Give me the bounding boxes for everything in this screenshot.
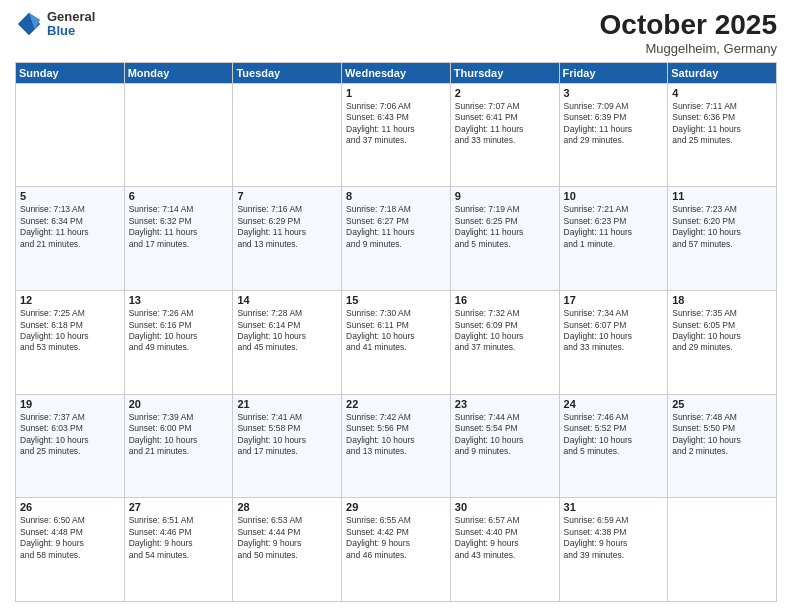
calendar-cell: 13Sunrise: 7:26 AM Sunset: 6:16 PM Dayli… bbox=[124, 291, 233, 395]
day-number: 15 bbox=[346, 294, 446, 306]
calendar-cell: 17Sunrise: 7:34 AM Sunset: 6:07 PM Dayli… bbox=[559, 291, 668, 395]
day-info: Sunrise: 7:07 AM Sunset: 6:41 PM Dayligh… bbox=[455, 101, 555, 147]
day-info: Sunrise: 6:50 AM Sunset: 4:48 PM Dayligh… bbox=[20, 515, 120, 561]
weekday-header: Monday bbox=[124, 62, 233, 83]
day-number: 7 bbox=[237, 190, 337, 202]
calendar-cell: 11Sunrise: 7:23 AM Sunset: 6:20 PM Dayli… bbox=[668, 187, 777, 291]
calendar-week-row: 1Sunrise: 7:06 AM Sunset: 6:43 PM Daylig… bbox=[16, 83, 777, 187]
weekday-header: Friday bbox=[559, 62, 668, 83]
calendar-week-row: 5Sunrise: 7:13 AM Sunset: 6:34 PM Daylig… bbox=[16, 187, 777, 291]
calendar-cell bbox=[233, 83, 342, 187]
day-number: 28 bbox=[237, 501, 337, 513]
day-info: Sunrise: 7:35 AM Sunset: 6:05 PM Dayligh… bbox=[672, 308, 772, 354]
location: Muggelheim, Germany bbox=[600, 41, 777, 56]
calendar-cell: 15Sunrise: 7:30 AM Sunset: 6:11 PM Dayli… bbox=[342, 291, 451, 395]
day-number: 4 bbox=[672, 87, 772, 99]
day-info: Sunrise: 7:37 AM Sunset: 6:03 PM Dayligh… bbox=[20, 412, 120, 458]
day-number: 3 bbox=[564, 87, 664, 99]
calendar-cell: 28Sunrise: 6:53 AM Sunset: 4:44 PM Dayli… bbox=[233, 498, 342, 602]
day-number: 20 bbox=[129, 398, 229, 410]
day-number: 5 bbox=[20, 190, 120, 202]
day-number: 25 bbox=[672, 398, 772, 410]
calendar-cell: 3Sunrise: 7:09 AM Sunset: 6:39 PM Daylig… bbox=[559, 83, 668, 187]
calendar-cell: 27Sunrise: 6:51 AM Sunset: 4:46 PM Dayli… bbox=[124, 498, 233, 602]
weekday-header: Thursday bbox=[450, 62, 559, 83]
calendar-cell: 16Sunrise: 7:32 AM Sunset: 6:09 PM Dayli… bbox=[450, 291, 559, 395]
day-number: 10 bbox=[564, 190, 664, 202]
calendar-cell: 14Sunrise: 7:28 AM Sunset: 6:14 PM Dayli… bbox=[233, 291, 342, 395]
calendar-cell: 21Sunrise: 7:41 AM Sunset: 5:58 PM Dayli… bbox=[233, 394, 342, 498]
calendar-cell: 12Sunrise: 7:25 AM Sunset: 6:18 PM Dayli… bbox=[16, 291, 125, 395]
day-info: Sunrise: 7:11 AM Sunset: 6:36 PM Dayligh… bbox=[672, 101, 772, 147]
day-number: 16 bbox=[455, 294, 555, 306]
logo-blue: Blue bbox=[47, 24, 95, 38]
day-info: Sunrise: 7:19 AM Sunset: 6:25 PM Dayligh… bbox=[455, 204, 555, 250]
page: General Blue October 2025 Muggelheim, Ge… bbox=[0, 0, 792, 612]
calendar-cell: 1Sunrise: 7:06 AM Sunset: 6:43 PM Daylig… bbox=[342, 83, 451, 187]
day-info: Sunrise: 7:13 AM Sunset: 6:34 PM Dayligh… bbox=[20, 204, 120, 250]
day-number: 8 bbox=[346, 190, 446, 202]
calendar-table: SundayMondayTuesdayWednesdayThursdayFrid… bbox=[15, 62, 777, 602]
day-number: 26 bbox=[20, 501, 120, 513]
calendar-cell: 2Sunrise: 7:07 AM Sunset: 6:41 PM Daylig… bbox=[450, 83, 559, 187]
day-number: 12 bbox=[20, 294, 120, 306]
weekday-header: Wednesday bbox=[342, 62, 451, 83]
logo: General Blue bbox=[15, 10, 95, 39]
day-info: Sunrise: 7:25 AM Sunset: 6:18 PM Dayligh… bbox=[20, 308, 120, 354]
day-number: 29 bbox=[346, 501, 446, 513]
header: General Blue October 2025 Muggelheim, Ge… bbox=[15, 10, 777, 56]
calendar-cell bbox=[16, 83, 125, 187]
day-info: Sunrise: 6:57 AM Sunset: 4:40 PM Dayligh… bbox=[455, 515, 555, 561]
calendar-cell bbox=[668, 498, 777, 602]
day-number: 9 bbox=[455, 190, 555, 202]
day-number: 21 bbox=[237, 398, 337, 410]
day-info: Sunrise: 7:48 AM Sunset: 5:50 PM Dayligh… bbox=[672, 412, 772, 458]
calendar-cell: 8Sunrise: 7:18 AM Sunset: 6:27 PM Daylig… bbox=[342, 187, 451, 291]
logo-text: General Blue bbox=[47, 10, 95, 39]
calendar-cell: 5Sunrise: 7:13 AM Sunset: 6:34 PM Daylig… bbox=[16, 187, 125, 291]
weekday-header: Saturday bbox=[668, 62, 777, 83]
day-number: 11 bbox=[672, 190, 772, 202]
day-info: Sunrise: 6:55 AM Sunset: 4:42 PM Dayligh… bbox=[346, 515, 446, 561]
calendar-cell: 23Sunrise: 7:44 AM Sunset: 5:54 PM Dayli… bbox=[450, 394, 559, 498]
day-info: Sunrise: 7:34 AM Sunset: 6:07 PM Dayligh… bbox=[564, 308, 664, 354]
calendar-cell: 20Sunrise: 7:39 AM Sunset: 6:00 PM Dayli… bbox=[124, 394, 233, 498]
logo-icon bbox=[15, 10, 43, 38]
day-number: 23 bbox=[455, 398, 555, 410]
weekday-header: Sunday bbox=[16, 62, 125, 83]
day-number: 24 bbox=[564, 398, 664, 410]
calendar-cell: 22Sunrise: 7:42 AM Sunset: 5:56 PM Dayli… bbox=[342, 394, 451, 498]
calendar-cell: 6Sunrise: 7:14 AM Sunset: 6:32 PM Daylig… bbox=[124, 187, 233, 291]
day-info: Sunrise: 7:06 AM Sunset: 6:43 PM Dayligh… bbox=[346, 101, 446, 147]
day-info: Sunrise: 7:32 AM Sunset: 6:09 PM Dayligh… bbox=[455, 308, 555, 354]
day-info: Sunrise: 7:30 AM Sunset: 6:11 PM Dayligh… bbox=[346, 308, 446, 354]
calendar-cell: 30Sunrise: 6:57 AM Sunset: 4:40 PM Dayli… bbox=[450, 498, 559, 602]
calendar-cell: 29Sunrise: 6:55 AM Sunset: 4:42 PM Dayli… bbox=[342, 498, 451, 602]
day-info: Sunrise: 7:23 AM Sunset: 6:20 PM Dayligh… bbox=[672, 204, 772, 250]
day-info: Sunrise: 7:26 AM Sunset: 6:16 PM Dayligh… bbox=[129, 308, 229, 354]
calendar-cell: 26Sunrise: 6:50 AM Sunset: 4:48 PM Dayli… bbox=[16, 498, 125, 602]
day-number: 27 bbox=[129, 501, 229, 513]
day-number: 1 bbox=[346, 87, 446, 99]
day-number: 30 bbox=[455, 501, 555, 513]
day-info: Sunrise: 7:46 AM Sunset: 5:52 PM Dayligh… bbox=[564, 412, 664, 458]
calendar-cell: 31Sunrise: 6:59 AM Sunset: 4:38 PM Dayli… bbox=[559, 498, 668, 602]
day-info: Sunrise: 7:14 AM Sunset: 6:32 PM Dayligh… bbox=[129, 204, 229, 250]
calendar-cell: 25Sunrise: 7:48 AM Sunset: 5:50 PM Dayli… bbox=[668, 394, 777, 498]
calendar-week-row: 12Sunrise: 7:25 AM Sunset: 6:18 PM Dayli… bbox=[16, 291, 777, 395]
day-info: Sunrise: 6:51 AM Sunset: 4:46 PM Dayligh… bbox=[129, 515, 229, 561]
day-number: 6 bbox=[129, 190, 229, 202]
calendar-week-row: 19Sunrise: 7:37 AM Sunset: 6:03 PM Dayli… bbox=[16, 394, 777, 498]
day-info: Sunrise: 7:42 AM Sunset: 5:56 PM Dayligh… bbox=[346, 412, 446, 458]
day-info: Sunrise: 7:28 AM Sunset: 6:14 PM Dayligh… bbox=[237, 308, 337, 354]
calendar-cell: 4Sunrise: 7:11 AM Sunset: 6:36 PM Daylig… bbox=[668, 83, 777, 187]
day-info: Sunrise: 7:41 AM Sunset: 5:58 PM Dayligh… bbox=[237, 412, 337, 458]
month-title: October 2025 bbox=[600, 10, 777, 41]
calendar-cell: 18Sunrise: 7:35 AM Sunset: 6:05 PM Dayli… bbox=[668, 291, 777, 395]
logo-general: General bbox=[47, 10, 95, 24]
day-number: 18 bbox=[672, 294, 772, 306]
weekday-header: Tuesday bbox=[233, 62, 342, 83]
day-number: 17 bbox=[564, 294, 664, 306]
calendar-cell: 19Sunrise: 7:37 AM Sunset: 6:03 PM Dayli… bbox=[16, 394, 125, 498]
day-number: 31 bbox=[564, 501, 664, 513]
